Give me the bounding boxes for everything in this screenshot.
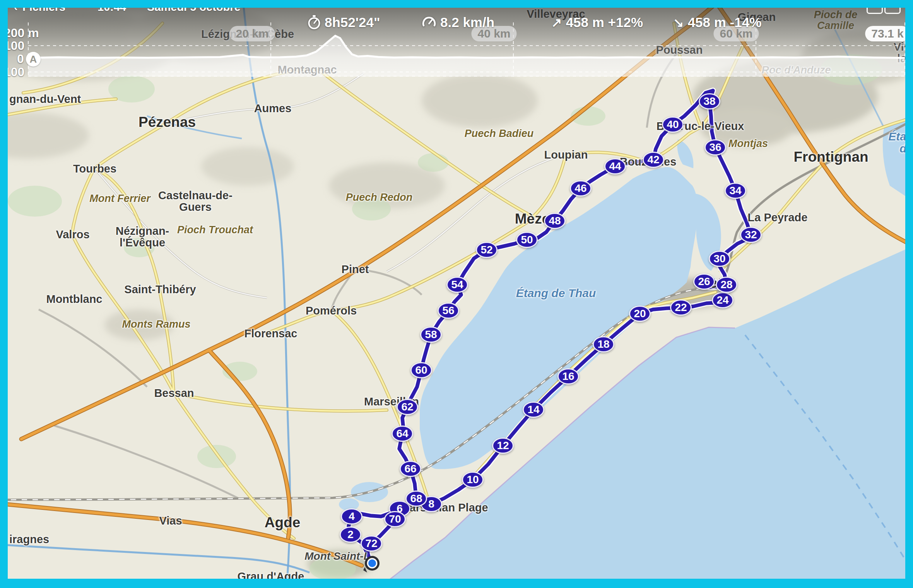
route-marker-50[interactable]: 50 [516,232,538,248]
elevation-axis-label: 0 [17,52,24,66]
route-marker-54[interactable]: 54 [446,277,468,293]
route-marker-68[interactable]: 68 [405,491,427,507]
screen-frame-top [0,0,913,8]
elevation-area-fill [28,36,905,77]
route-marker-26[interactable]: 26 [693,273,715,290]
route-marker-20[interactable]: 20 [629,306,651,322]
ascent-arrow-icon: ↗ [551,15,562,30]
current-position-marker [359,551,384,576]
route-marker-72[interactable]: 72 [361,535,382,552]
route-marker-60[interactable]: 60 [410,362,432,378]
screen-frame-left [0,0,8,588]
route-marker-38[interactable]: 38 [699,93,720,109]
stats-bar: 8h52'24" 8.2 km/h ↗ 458 m +12% ↘ 458 m -… [0,15,913,32]
route-marker-24[interactable]: 24 [712,292,733,308]
route-marker-28[interactable]: 28 [716,277,737,293]
screen-frame-bottom [0,579,913,588]
route-marker-2[interactable]: 2 [340,526,361,543]
route-start-badge: A [26,52,41,67]
route-marker-16[interactable]: 16 [557,368,579,385]
descent-stat: ↘ 458 m -14% [673,15,761,30]
route-marker-10[interactable]: 10 [462,472,484,488]
route-marker-46[interactable]: 46 [570,180,592,197]
screen-frame-right [905,0,913,588]
route-markers-layer: 2468101214161820222426283032343638404244… [0,0,913,588]
route-marker-18[interactable]: 18 [593,336,614,352]
speed-gauge-icon [422,15,436,30]
route-marker-48[interactable]: 48 [544,213,566,229]
speed-stat: 8.2 km/h [422,15,494,30]
duration-stat: 8h52'24" [308,15,380,30]
ascent-stat: ↗ 458 m +12% [551,15,643,30]
route-marker-12[interactable]: 12 [492,438,514,454]
elevation-profile-line [28,36,905,58]
route-marker-58[interactable]: 58 [420,326,442,343]
route-marker-32[interactable]: 32 [740,227,762,243]
stopwatch-icon [308,15,321,30]
map-app-screen[interactable]: gnan-du-VentLézignan-la-CèbeMontagnacAum… [0,0,913,588]
route-marker-36[interactable]: 36 [704,139,726,156]
route-marker-22[interactable]: 22 [670,299,692,316]
route-marker-62[interactable]: 62 [397,399,418,415]
route-marker-56[interactable]: 56 [438,303,459,319]
route-marker-34[interactable]: 34 [725,183,746,199]
route-marker-64[interactable]: 64 [392,426,413,442]
route-marker-4[interactable]: 4 [341,508,362,525]
route-marker-40[interactable]: 40 [662,116,684,133]
route-marker-30[interactable]: 30 [709,251,730,267]
route-marker-70[interactable]: 70 [384,511,406,527]
route-marker-14[interactable]: 14 [523,402,544,418]
route-marker-44[interactable]: 44 [604,158,626,174]
route-marker-42[interactable]: 42 [643,152,664,168]
descent-arrow-icon: ↘ [673,15,684,30]
route-marker-52[interactable]: 52 [476,242,498,258]
route-marker-66[interactable]: 66 [400,461,421,477]
